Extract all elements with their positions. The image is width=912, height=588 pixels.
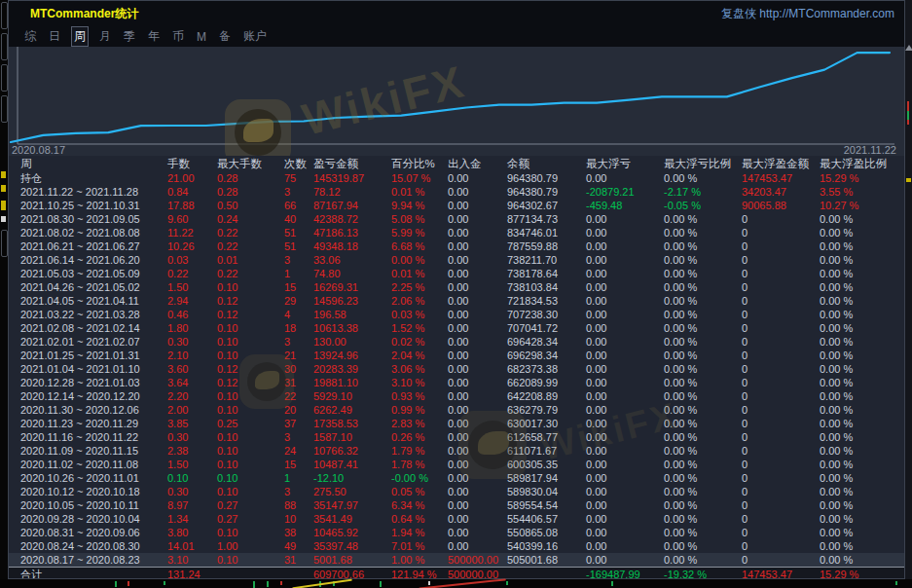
table-cell: 0.00 [448,171,507,185]
column-header[interactable]: 余额 [507,156,586,172]
table-row[interactable]: 2020.08.31 ~ 2020.09.063.800.103810465.9… [9,526,904,539]
menu-item-8[interactable]: M [195,29,208,45]
table-row[interactable]: 2021.08.30 ~ 2021.09.059.600.244042388.7… [9,212,904,226]
table-row[interactable]: 2021.10.25 ~ 2021.10.3117.880.506687167.… [9,199,904,212]
table-cell: 662089.99 [507,376,586,389]
table-row[interactable]: 2021.05.03 ~ 2021.05.090.220.22174.800.0… [9,267,904,280]
table-cell: 1.50 [167,280,217,294]
table-cell: 2.38 [167,444,217,458]
column-header[interactable]: 盈亏金额 [313,156,391,172]
table-row[interactable]: 2020.10.12 ~ 2020.10.180.300.103275.500.… [9,485,904,498]
menu-item-3[interactable]: 周 [71,26,89,47]
menu-item-4[interactable]: 月 [97,27,113,46]
table-cell: 9.60 [167,212,217,226]
column-header[interactable]: 最大浮亏比例 [664,156,742,172]
column-header[interactable]: 周 [20,156,167,172]
table-cell: 2020.11.09 ~ 2020.11.15 [20,444,167,458]
table-row[interactable]: 2021.02.08 ~ 2021.02.141.800.101810613.3… [9,321,904,335]
table-row[interactable]: 2021.03.22 ~ 2021.03.280.460.124196.580.… [9,308,904,321]
table-row[interactable]: 2021.11.22 ~ 2021.11.280.840.28378.120.0… [9,185,904,199]
table-cell: 721834.53 [507,294,586,308]
table-cell: 0.00 % [820,417,904,430]
column-header[interactable]: 手数 [167,156,217,172]
table-row[interactable]: 2021.06.21 ~ 2021.06.2710.260.225149348.… [9,239,904,253]
table-row[interactable]: 2020.11.16 ~ 2020.11.220.300.1031587.100… [9,430,904,444]
table-row[interactable]: 2020.12.14 ~ 2020.12.202.200.10225929.10… [9,389,904,403]
menu-item-10[interactable]: 账户 [241,27,269,46]
table-cell: 0.02 % [391,335,448,349]
table-row[interactable]: 2020.11.30 ~ 2020.12.062.000.10206262.49… [9,403,904,417]
table-cell: 0 [742,526,820,539]
table-cell: 2.25 % [391,280,448,294]
table-row[interactable]: 2021.02.01 ~ 2021.02.070.300.103130.000.… [9,335,904,349]
table-row[interactable]: 2021.01.25 ~ 2021.01.312.100.102113924.9… [9,349,904,362]
table-row[interactable]: 2020.11.23 ~ 2020.11.293.850.253717358.5… [9,417,904,430]
menu-item-5[interactable]: 季 [122,27,137,46]
table-cell: 0.00 [448,267,507,280]
table-row[interactable]: 2020.09.28 ~ 2020.10.041.340.27103541.49… [9,512,904,526]
table-cell: 0.00 % [664,553,742,567]
table-row[interactable]: 持仓21.000.2875145319.8715.07 %0.00964380.… [9,171,904,185]
table-row[interactable]: 2021.06.14 ~ 2021.06.200.030.01333.060.0… [9,253,904,267]
table-cell: 2020.11.30 ~ 2020.12.06 [20,403,167,417]
table-cell: 0.00 [448,308,507,321]
menu-item-2[interactable]: 日 [47,27,62,46]
column-header[interactable]: 最大浮亏 [586,156,664,172]
table-row[interactable]: 2020.11.09 ~ 2020.11.152.380.102410766.3… [9,444,904,458]
table-cell: 0 [742,485,820,498]
table-cell: 0.10 [217,471,284,485]
table-cell: 2.94 [167,294,217,308]
table-cell: 2020.11.23 ~ 2020.11.29 [20,417,167,430]
table-cell: 0.00 % [820,526,904,539]
column-header[interactable]: 出入金 [448,156,507,172]
menu-item-6[interactable]: 年 [146,27,162,46]
title-bar[interactable]: MTCommander统计 复盘侠 http://MTCommander.com [9,1,904,26]
table-cell: 0.00 % [664,171,742,185]
table-cell: 0.27 [217,498,284,512]
table-cell: 0 [742,267,820,280]
table-cell: 0.00 [586,280,664,294]
table-cell: 275.50 [313,485,391,498]
menu-item-7[interactable]: 币 [170,27,186,46]
column-header[interactable]: 百分比% [391,156,448,172]
table-cell: 2021.04.26 ~ 2021.05.02 [20,280,167,294]
table-cell: 696428.34 [507,335,586,349]
table-cell: 0.00 [448,512,507,526]
table-cell: 88 [284,498,313,512]
menu-item-1[interactable]: 综 [22,27,38,46]
table-cell: -0.00 % [391,471,448,485]
table-cell: 3 [284,485,313,498]
brand-link[interactable]: 复盘侠 http://MTCommander.com [721,6,894,22]
table-cell: 10465.92 [313,526,391,539]
table-row[interactable]: 2021.04.26 ~ 2021.05.021.500.101516269.3… [9,280,904,294]
table-cell: 505001.68 [507,553,586,567]
table-cell: 0.00 [448,376,507,389]
table-row[interactable]: 2020.08.17 ~ 2020.08.233.100.10315001.68… [9,553,904,567]
table-row[interactable]: 2020.11.02 ~ 2020.11.081.500.101510487.4… [9,458,904,471]
table-cell: 0.00 [586,171,664,185]
menu-item-9[interactable]: 备 [217,27,233,46]
table-body: 持仓21.000.2875145319.8715.07 %0.00964380.… [9,171,904,578]
table-row[interactable]: 2020.10.26 ~ 2020.11.010.100.101-12.10-0… [9,471,904,485]
table-cell: 0.00 [448,239,507,253]
table-cell: 1.80 [167,321,217,335]
table-cell: 0.00 [586,485,664,498]
column-header[interactable]: 次数 [284,156,313,172]
column-header[interactable]: 最大手数 [217,156,284,172]
table-row[interactable]: 2021.04.05 ~ 2021.04.112.940.122914596.2… [9,294,904,308]
table-row[interactable]: 2021.01.04 ~ 2021.01.103.600.123020283.3… [9,362,904,376]
table-row[interactable]: 2021.08.02 ~ 2021.08.0811.220.225147186.… [9,226,904,239]
total-row[interactable]: 合计131.24609700.66121.94 %500000.00-16948… [9,567,904,578]
table-cell: 14.01 [167,539,217,553]
table-row[interactable]: 2020.12.28 ~ 2021.01.033.640.123119881.1… [9,376,904,389]
column-header[interactable]: 最大浮盈金额 [742,156,820,172]
table-row[interactable]: 2020.10.05 ~ 2020.10.118.970.278835147.9… [9,498,904,512]
table-cell: 持仓 [20,171,167,185]
column-header[interactable]: 最大浮盈比例 [820,156,904,172]
table-cell: 42388.72 [313,212,391,226]
table-row[interactable]: 2020.08.24 ~ 2020.08.3014.011.004935397.… [9,539,904,553]
table-cell: 0.00 [448,294,507,308]
table-cell: 2021.10.25 ~ 2021.10.31 [20,199,167,212]
table-cell: 2020.11.16 ~ 2020.11.22 [20,430,167,444]
table-cell: 3.06 % [391,362,448,376]
